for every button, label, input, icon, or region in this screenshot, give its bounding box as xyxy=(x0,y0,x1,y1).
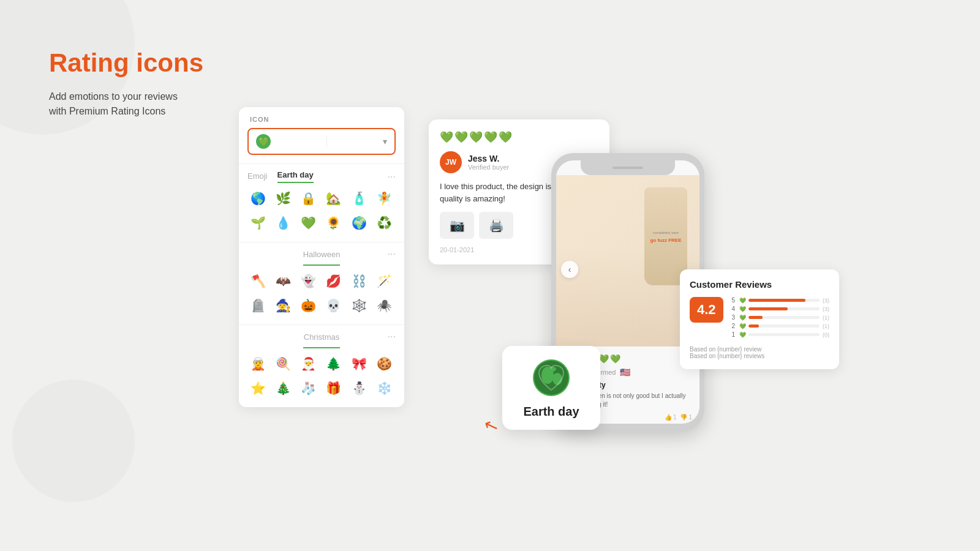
bar-track-2 xyxy=(748,324,820,328)
icon-cell[interactable]: 🎅 xyxy=(298,353,319,374)
icon-cell[interactable]: ⛓️ xyxy=(349,271,369,291)
arrow-cursor-icon: ↖ xyxy=(481,414,501,438)
flag-icon: 🇺🇸 xyxy=(620,367,630,377)
earth-day-icon-grid-row1: 🌎 🌿 🔒 🏡 🧴 🧚 🌱 💧 💚 🌻 🌍 ♻️ xyxy=(247,188,396,233)
customer-reviews-title: Customer Reviews xyxy=(690,279,829,290)
star-5: 💚 xyxy=(499,130,511,143)
bar-row-1: 1 💚 (0) xyxy=(732,331,829,338)
bar-fill-3 xyxy=(748,316,763,319)
christmas-icon-grid: 🧝 🍭 🎅 🌲 🎀 🍪 ⭐ 🎄 🧦 🎁 ⛄ ❄️ xyxy=(247,353,396,399)
icon-cell[interactable]: 🌻 xyxy=(323,212,344,233)
dropdown-divider xyxy=(326,135,327,148)
icon-cell[interactable]: 🌿 xyxy=(273,188,293,209)
chevron-down-icon: ▾ xyxy=(383,137,387,146)
earth-day-tab-section: Emoji Earth day ··· 🌎 🌿 🔒 🏡 🧴 🧚 🌱 💧 💚 🌻 … xyxy=(239,163,404,242)
icon-cell[interactable]: 🪓 xyxy=(247,271,268,291)
icon-cell[interactable]: 🪄 xyxy=(374,271,395,291)
icon-cell[interactable]: 🍭 xyxy=(273,353,293,374)
thumbs-up-count: 1 xyxy=(673,414,677,421)
based-line-1: Based on {number} review xyxy=(690,346,829,353)
christmas-header: Christmas ··· xyxy=(247,331,396,342)
star-1: 💚 xyxy=(440,130,452,143)
bar-row-5: 5 💚 (3) xyxy=(732,297,829,304)
icon-cell[interactable]: 💀 xyxy=(323,295,344,316)
icon-cell[interactable]: 🎃 xyxy=(298,295,319,316)
icon-cell[interactable]: 🧦 xyxy=(298,378,319,399)
review-image-1[interactable]: 📷 xyxy=(440,212,474,239)
icon-cell[interactable]: 🕷️ xyxy=(374,295,395,316)
icon-cell[interactable]: 🎀 xyxy=(349,353,369,374)
phone-notch-bar xyxy=(612,167,643,169)
verified-badge: Verified buyer xyxy=(468,163,509,171)
bar-count-1: (0) xyxy=(822,332,829,338)
halloween-more-icon[interactable]: ··· xyxy=(388,249,396,260)
icon-dropdown[interactable]: 💚 ▾ xyxy=(247,128,396,155)
tab-emoji[interactable]: Emoji xyxy=(247,171,268,183)
icon-cell[interactable]: 👻 xyxy=(298,271,319,291)
icon-cell[interactable]: 🌱 xyxy=(247,212,268,233)
reviewer-details: Jess W. Verified buyer xyxy=(468,154,509,171)
icon-cell[interactable]: 🧴 xyxy=(349,188,369,209)
christmas-more-icon[interactable]: ··· xyxy=(388,331,396,342)
icon-cell[interactable]: 💧 xyxy=(273,212,293,233)
overall-score: 4.2 xyxy=(690,297,723,323)
left-section: Rating icons Add emotions to your review… xyxy=(49,49,233,119)
icon-cell[interactable]: 🌲 xyxy=(323,353,344,374)
svg-point-4 xyxy=(549,367,556,372)
icon-cell[interactable]: 🎁 xyxy=(323,378,344,399)
icon-cell[interactable]: 🎄 xyxy=(273,378,293,399)
earth-icon-large xyxy=(530,357,572,399)
icon-cell[interactable]: 🧙 xyxy=(273,295,293,316)
icon-cell[interactable]: 💚 xyxy=(298,212,319,233)
star-2: 💚 xyxy=(454,130,467,143)
icon-panel-label: ICON xyxy=(239,107,404,126)
halloween-header: Halloween ··· xyxy=(247,249,396,260)
christmas-label: Christmas xyxy=(297,332,347,342)
phone-star-5: 💚 xyxy=(610,354,620,364)
icon-cell[interactable]: 🪦 xyxy=(247,295,268,316)
based-on-reviews: Based on {number} review Based on {numbe… xyxy=(690,346,829,359)
bar-row-3: 3 💚 (1) xyxy=(732,314,829,321)
bar-row-4: 4 💚 (3) xyxy=(732,305,829,312)
icon-selector-panel: ICON 💚 ▾ Emoji Earth day ··· 🌎 🌿 🔒 🏡 🧴 🧚… xyxy=(239,107,404,407)
icon-cell[interactable]: 🍪 xyxy=(374,353,395,374)
bar-track-3 xyxy=(748,316,820,319)
icon-cell[interactable]: 💋 xyxy=(323,271,344,291)
icon-cell[interactable]: 🧝 xyxy=(247,353,268,374)
phone-nav-arrow[interactable]: ‹ xyxy=(561,261,578,278)
bar-heart-3: 💚 xyxy=(739,315,746,321)
bar-count-5: (3) xyxy=(822,298,829,304)
icon-cell[interactable]: 🏡 xyxy=(323,188,344,209)
icon-cell[interactable]: 🌍 xyxy=(349,212,369,233)
bar-heart-4: 💚 xyxy=(739,306,746,312)
icon-cell[interactable]: 🕸️ xyxy=(349,295,369,316)
icon-cell[interactable]: 🦇 xyxy=(273,271,293,291)
bar-track-5 xyxy=(748,299,820,302)
earth-day-badge: Earth day ↖ xyxy=(502,346,600,430)
bar-count-3: (1) xyxy=(822,315,829,321)
review-image-2[interactable]: 🖨️ xyxy=(479,212,513,239)
halloween-section: Halloween ··· 🪓 🦇 👻 💋 ⛓️ 🪄 🪦 🧙 🎃 💀 🕸️ 🕷️ xyxy=(239,242,404,324)
icon-cell[interactable]: ⛄ xyxy=(349,378,369,399)
icon-cell[interactable]: 🔒 xyxy=(298,188,319,209)
customer-reviews-card: Customer Reviews 4.2 5 💚 (3) 4 💚 (3) xyxy=(680,269,839,369)
icon-cell[interactable]: ⭐ xyxy=(247,378,268,399)
phone-notch xyxy=(581,160,675,175)
icon-cell[interactable]: ❄️ xyxy=(374,378,395,399)
bar-label-4: 4 xyxy=(732,305,737,312)
svg-point-3 xyxy=(552,373,562,385)
thumbs-down-icon: 👎 xyxy=(680,414,687,421)
rating-bars: 5 💚 (3) 4 💚 (3) 3 💚 xyxy=(732,297,829,340)
phone-product-image: completely bare go fuzz FREE ‹ xyxy=(556,175,699,347)
christmas-section: Christmas ··· 🧝 🍭 🎅 🌲 🎀 🍪 ⭐ 🎄 🧦 🎁 ⛄ ❄️ xyxy=(239,324,404,407)
icon-cell[interactable]: 🌎 xyxy=(247,188,268,209)
icon-cell[interactable]: ♻️ xyxy=(374,212,395,233)
icon-cell[interactable]: 🧚 xyxy=(374,188,395,209)
bar-track-4 xyxy=(748,307,820,310)
thumbs-up-button[interactable]: 👍 1 xyxy=(665,414,677,421)
tab-more-icon[interactable]: ··· xyxy=(388,171,396,182)
bar-label-5: 5 xyxy=(732,297,737,304)
based-line-2: Based on {number} reviews xyxy=(690,353,829,359)
tab-earth-day[interactable]: Earth day xyxy=(277,170,314,183)
thumbs-down-button[interactable]: 👎 1 xyxy=(680,414,692,421)
